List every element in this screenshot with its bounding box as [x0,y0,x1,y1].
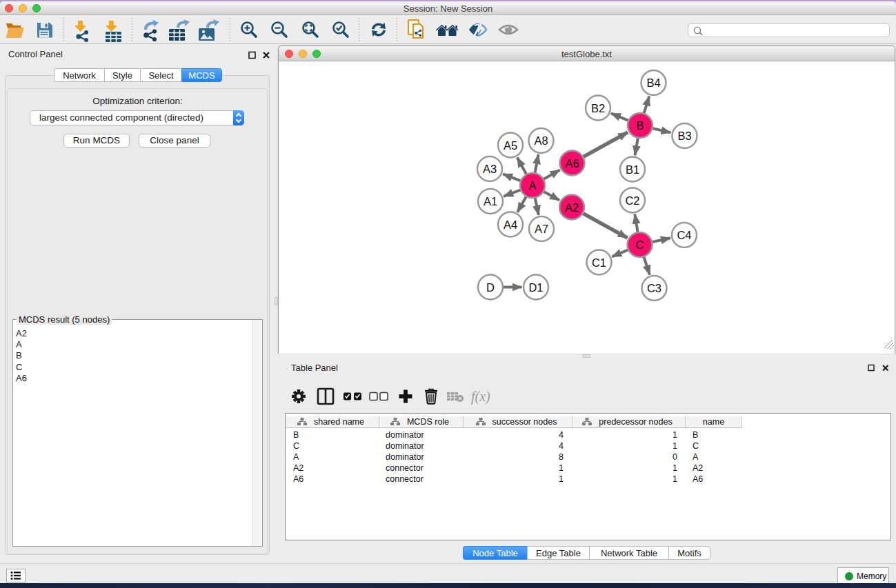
svg-text:B: B [636,119,644,132]
svg-text:C2: C2 [625,194,639,207]
svg-text:A5: A5 [504,139,517,152]
svg-text:A8: A8 [534,134,548,147]
svg-text:B2: B2 [591,102,605,114]
svg-text:C4: C4 [677,229,691,241]
svg-text:A3: A3 [483,163,497,175]
svg-text:C3: C3 [647,282,661,294]
svg-text:f(x): f(x) [471,389,490,405]
svg-text:A4: A4 [504,219,517,231]
svg-text:A7: A7 [535,223,548,235]
svg-text:C1: C1 [592,256,606,269]
svg-text:D: D [486,281,495,294]
svg-text:B3: B3 [677,130,691,142]
svg-text:B1: B1 [626,163,639,176]
svg-text:A: A [528,179,536,192]
svg-text:A6: A6 [565,157,579,170]
svg-text:A2: A2 [565,201,579,214]
svg-text:B4: B4 [646,77,660,89]
svg-text:C: C [636,239,644,251]
svg-text:A1: A1 [484,195,497,207]
svg-text:D1: D1 [528,281,543,294]
